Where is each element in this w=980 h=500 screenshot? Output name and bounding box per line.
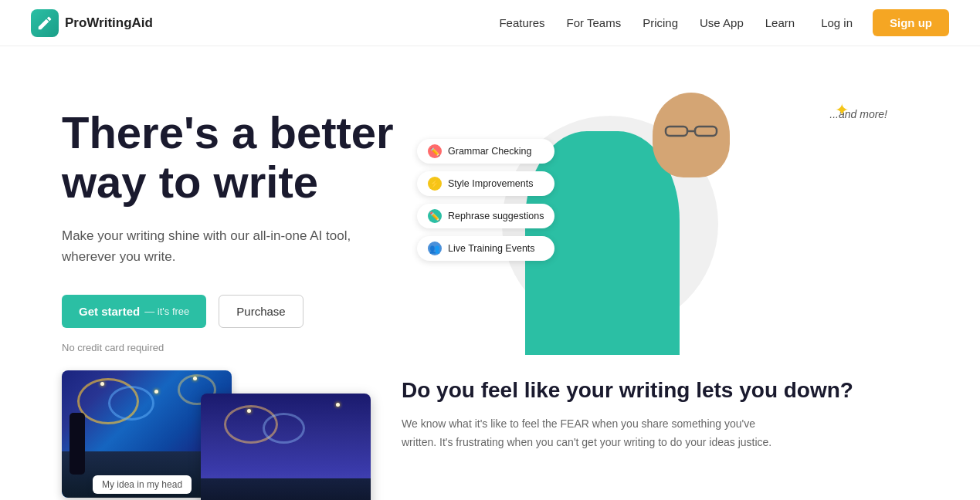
- hero-content: There's a better way to write Make your …: [62, 93, 463, 353]
- nav-link-pricing[interactable]: Pricing: [643, 16, 678, 29]
- training-icon: 👥: [428, 242, 442, 255]
- svg-rect-0: [666, 127, 687, 136]
- purchase-button[interactable]: Purchase: [219, 295, 303, 328]
- nav-item-features[interactable]: Features: [499, 16, 544, 30]
- nav-link-app[interactable]: Use App: [700, 16, 744, 29]
- style-icon: ⚡: [428, 177, 442, 191]
- idea-tag: My idea in my head: [93, 475, 192, 494]
- pill-training: 👥 Live Training Events: [417, 236, 554, 261]
- section-text: We know what it's like to feel the FEAR …: [402, 415, 788, 452]
- svg-rect-1: [695, 127, 717, 136]
- nav-links: Features For Teams Pricing Use App Learn: [499, 16, 795, 30]
- painting-card-2: [201, 394, 371, 500]
- signup-button[interactable]: Sign up: [873, 9, 949, 36]
- grammar-icon: ✏️: [428, 144, 442, 158]
- hero-cta-row: Get started — it's free Purchase: [62, 295, 463, 328]
- star-2: [154, 390, 158, 394]
- star-c2-1: [247, 409, 251, 413]
- rephrase-icon: ✏️: [428, 209, 442, 223]
- nav-link-learn[interactable]: Learn: [765, 16, 795, 29]
- nav-item-app[interactable]: Use App: [700, 16, 744, 30]
- nav-item-teams[interactable]: For Teams: [567, 16, 622, 30]
- pill-style: ⚡ Style Improvements: [417, 171, 554, 196]
- logo-link[interactable]: ProWritingAid: [31, 9, 153, 37]
- star-1: [100, 382, 104, 386]
- pill-grammar: ✏️ Grammar Checking: [417, 139, 554, 164]
- second-section: My idea in my head Do you feel like your…: [0, 355, 980, 500]
- second-illustration: My idea in my head: [62, 370, 355, 500]
- second-content: Do you feel like your writing lets you d…: [402, 370, 918, 452]
- star-3: [193, 377, 197, 380]
- hero-section: There's a better way to write Make your …: [0, 46, 980, 355]
- person-glasses: [664, 123, 718, 137]
- swirl-2: [108, 386, 154, 421]
- free-text: — it's free: [144, 306, 189, 317]
- hero-title: There's a better way to write: [62, 108, 463, 207]
- section-title: Do you feel like your writing lets you d…: [402, 378, 918, 403]
- pill-rephrase: ✏️ Rephrase suggestions: [417, 204, 554, 228]
- nav-item-pricing[interactable]: Pricing: [643, 16, 678, 30]
- person-head: [653, 93, 730, 177]
- cypress-tree: [70, 413, 85, 475]
- sparkle-icon: ✦: [835, 100, 849, 120]
- logo-text: ProWritingAid: [65, 15, 153, 31]
- login-button[interactable]: Log in: [813, 12, 860, 34]
- hero-subtitle: Make your writing shine with our all-in-…: [62, 225, 355, 267]
- swirl-card2-2: [263, 413, 305, 444]
- feature-pills: ✏️ Grammar Checking ⚡ Style Improvements…: [417, 139, 554, 261]
- hero-illustration: ✏️ Grammar Checking ⚡ Style Improvements…: [463, 93, 918, 355]
- hero-note: No credit card required: [62, 342, 463, 353]
- star-c2-2: [336, 403, 340, 407]
- logo-svg: [36, 15, 53, 32]
- navbar: ProWritingAid Features For Teams Pricing…: [0, 0, 980, 46]
- nav-link-features[interactable]: Features: [499, 16, 544, 29]
- nav-link-teams[interactable]: For Teams: [567, 16, 622, 29]
- logo-icon: [31, 9, 59, 37]
- get-started-button[interactable]: Get started — it's free: [62, 295, 206, 328]
- nav-item-learn[interactable]: Learn: [765, 16, 795, 30]
- painting2-bottom: [201, 478, 371, 500]
